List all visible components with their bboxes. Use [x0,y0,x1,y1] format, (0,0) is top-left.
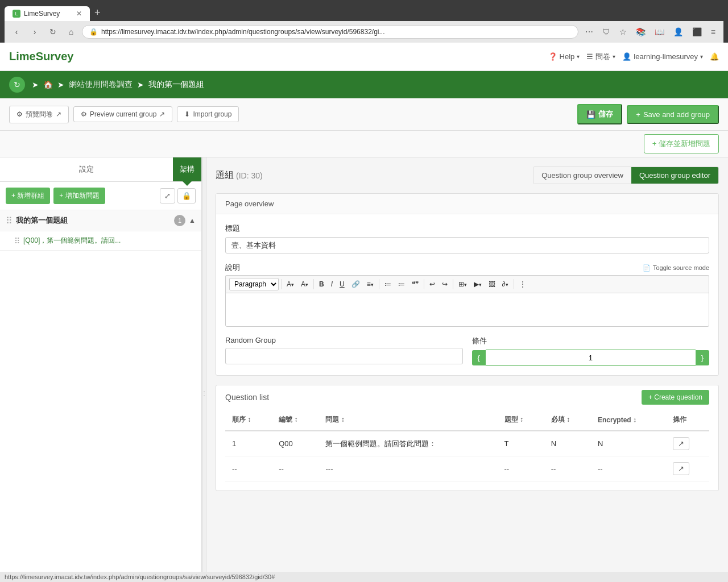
address-bar[interactable]: 🔒 https://limesurvey.imacat.idv.tw/index… [82,25,578,39]
sidebar-lock-icon[interactable]: 🔒 [177,188,196,203]
group-header[interactable]: ⠿ 我的第一個題組 1 ▲ [0,210,201,231]
sync-button[interactable]: 👤 [670,25,686,39]
collapse-icon[interactable]: ▲ [189,217,196,225]
edit-question-button[interactable]: ↗ [673,462,689,475]
save-add-question-label: + 儲存並新增問題 [652,139,710,149]
rte-italic-button[interactable]: I [328,278,336,290]
question-table-head: 順序 ↕ 編號 ↕ 問題 ↕ [225,409,709,431]
group-item: ⠿ 我的第一個題組 1 ▲ ⠿ [Q00]，第一個範例問題。請回... [0,210,201,251]
forward-button[interactable]: › [27,24,42,39]
page-overview-header: Page overview [216,194,718,214]
group-view-tabs: Question group overview Question group e… [533,167,719,184]
more-button[interactable]: ≡ [708,25,719,39]
toggle-source-button[interactable]: 📄 Toggle source mode [643,264,709,272]
rte-redo-button[interactable]: ↪ [439,278,450,290]
new-tab-button[interactable]: + [90,5,105,21]
tab-settings[interactable]: 設定 [0,157,173,181]
rte-font-size-button[interactable]: A▾ [284,278,297,290]
help-label: Help [560,52,575,61]
reload-button[interactable]: ↻ [46,24,60,39]
title-label: 標題 [225,223,709,234]
rte-toolbar: Paragraph A▾ A▾ B I U 🔗 ≡▾ ≔ ≔ [225,275,709,293]
rte-media-button[interactable]: ▶▾ [471,278,485,290]
notification-button[interactable]: 🔔 [710,52,719,61]
question-table-body: 1 Q00 第一個範例問題。請回答此問題： T N N ↗ -- -- --- … [225,431,709,481]
import-group-button[interactable]: ⬇ Import group [177,106,239,122]
user-button[interactable]: 👤 learning-limesurvey ▾ [622,52,703,61]
th-type[interactable]: 題型 ↕ [498,409,544,431]
rte-unordered-list-button[interactable]: ≔ [382,278,394,290]
th-encrypted[interactable]: Encrypted ↕ [591,409,666,431]
th-code[interactable]: 編號 ↕ [272,409,318,431]
group-editor-tab[interactable]: Question group editor [631,167,718,184]
rte-special-button[interactable]: ∂▾ [499,278,511,290]
shield-button[interactable]: 🛡 [599,25,614,39]
question-list-header: Question list + Create question [216,385,718,409]
rte-blockquote-button[interactable]: ❝❞ [409,278,421,290]
random-group-input[interactable] [225,348,463,364]
condition-input[interactable] [486,350,696,366]
save-add-group-button[interactable]: + Save and add group [627,105,719,124]
active-tab[interactable]: L LimeSurvey ✕ [5,6,90,21]
tab-structure[interactable]: 架構 [173,157,201,181]
sidebar-expand-icon[interactable]: ⤢ [160,188,175,203]
gear-icon-2: ⚙ [81,110,87,118]
tab-close-button[interactable]: ✕ [76,10,82,18]
surveys-button[interactable]: ☰ 問卷 ▾ [586,52,615,62]
rte-align-button[interactable]: ≡▾ [364,278,377,290]
question-item[interactable]: ⠿ [Q00]，第一個範例問題。請回... [0,231,201,250]
rte-ordered-list-button[interactable]: ≔ [395,278,408,290]
star-button[interactable]: ☆ [616,25,630,39]
save-button[interactable]: 💾 儲存 [577,104,622,124]
add-question-button[interactable]: + 增加新問題 [53,188,105,204]
add-question-label: + 增加新問題 [59,191,99,201]
back-button[interactable]: ‹ [9,24,24,39]
th-order[interactable]: 順序 ↕ [225,409,272,431]
bookmarks-button[interactable]: ⋯ [582,25,597,39]
rte-bold-button[interactable]: B [316,278,327,290]
sidebar-icon-actions: ⤢ 🔒 [160,188,196,203]
rte-underline-button[interactable]: U [337,278,348,290]
breadcrumb-sep-1: ➤ [57,80,64,89]
page-overview-body: 標題 說明 📄 Toggle source mode Paragra [216,214,718,375]
home-button[interactable]: ⌂ [64,24,78,39]
title-input[interactable] [225,237,709,253]
condition-col: 條件 { } [472,336,710,366]
save-add-question-button[interactable]: + 儲存並新增問題 [644,134,719,153]
rte-paragraph-select[interactable]: Paragraph [229,278,279,290]
library-button[interactable]: 📚 [632,25,649,39]
survey-breadcrumb[interactable]: 網站使用問卷調查 [69,80,133,90]
create-question-button[interactable]: + Create question [642,390,709,405]
reader-button[interactable]: 📖 [651,25,668,39]
rte-undo-button[interactable]: ↩ [427,278,438,290]
rte-more-button[interactable]: ⋮ [516,278,529,290]
condition-close-bracket[interactable]: } [696,350,709,365]
sidebar-tabs: 設定 架構 [0,157,201,182]
group-name: 我的第一個題組 [16,215,171,226]
refresh-button[interactable]: ↻ [9,77,25,93]
rte-font-color-button[interactable]: A▾ [298,278,311,290]
rte-image-button[interactable]: 🖼 [486,278,498,290]
th-question[interactable]: 問題 ↕ [318,409,497,431]
gear-icon: ⚙ [16,110,23,118]
group-overview-tab[interactable]: Question group overview [533,167,631,184]
th-type-label: 題型 [504,415,518,423]
rte-sep-4 [424,279,424,289]
preview-survey-button[interactable]: ⚙ 預覽問卷 ↗ [9,106,69,123]
resize-handle[interactable]: ⋮ [202,157,206,582]
help-button[interactable]: ❓ Help ▾ [548,52,580,61]
add-group-button[interactable]: + 新增群組 [6,188,50,204]
preview-group-button[interactable]: ⚙ Preview current group ↗ [73,106,172,122]
th-required[interactable]: 必填 ↕ [544,409,591,431]
rte-link-button[interactable]: 🔗 [349,278,363,290]
rte-table-button[interactable]: ⊞▾ [456,278,470,290]
extensions-button[interactable]: ⬛ [689,25,705,39]
edit-question-button[interactable]: ↗ [673,437,689,450]
cell-type: T [498,431,544,456]
app-logo[interactable]: LimeSurvey [9,50,73,63]
question-table-wrapper: 順序 ↕ 編號 ↕ 問題 ↕ [216,409,718,490]
condition-open-bracket[interactable]: { [472,350,486,365]
rte-content-area[interactable] [225,293,709,327]
table-row: -- -- --- -- -- -- ↗ [225,456,709,481]
cell-actions: ↗ [666,431,709,456]
